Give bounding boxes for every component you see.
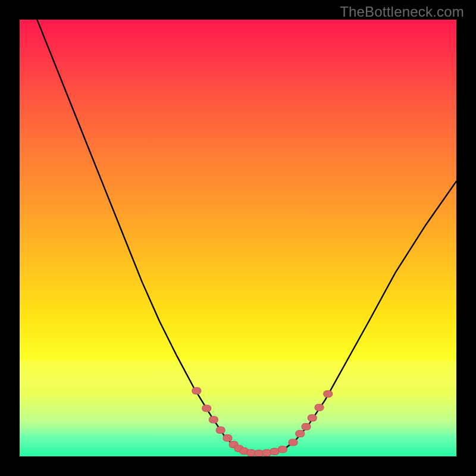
data-marker [308,415,317,421]
watermark-text: TheBottleneck.com [340,4,464,20]
data-marker [302,424,311,430]
data-marker [262,450,271,456]
data-marker [209,416,218,423]
data-marker [289,439,298,446]
chart-stage: TheBottleneck.com [0,0,476,476]
data-marker [223,435,232,441]
data-marker [278,446,287,453]
data-marker [216,427,225,433]
data-marker [324,391,333,397]
curve-left-curve [37,20,242,451]
data-marker [192,387,201,394]
data-marker [315,404,324,411]
curves-layer [20,20,456,456]
data-marker [296,430,305,437]
curve-right-curve [284,181,456,450]
plot-area [20,20,456,456]
data-marker [202,405,211,412]
